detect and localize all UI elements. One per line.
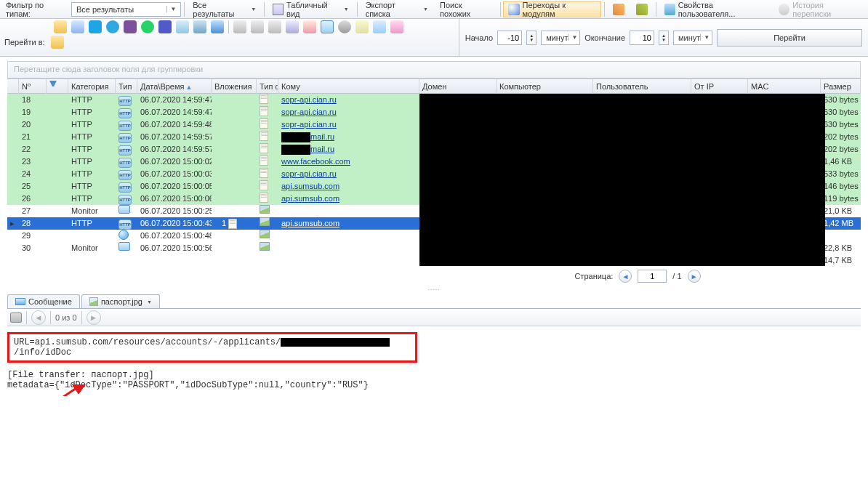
cloud-icon[interactable] bbox=[211, 20, 224, 33]
table-view-button[interactable]: Табличный вид▼ bbox=[268, 1, 354, 17]
telegram-icon[interactable] bbox=[106, 20, 119, 33]
col-category[interactable]: Категория bbox=[68, 79, 116, 94]
userlink-icon bbox=[636, 4, 648, 15]
goto-target-icon[interactable] bbox=[51, 36, 64, 49]
tab-message[interactable]: Сообщение bbox=[7, 294, 80, 308]
history-button: История переписки bbox=[773, 1, 865, 17]
files-icon[interactable] bbox=[355, 20, 369, 33]
group-bar[interactable]: Перетащите сюда заголовок поля для групп… bbox=[7, 61, 861, 78]
history-icon bbox=[779, 4, 789, 15]
start-label: Начало bbox=[465, 33, 493, 42]
chevron-down-icon: ▼ bbox=[166, 6, 179, 12]
pager-label: Страница: bbox=[574, 272, 613, 281]
keylogger-icon[interactable] bbox=[303, 20, 316, 33]
end-unit-combo[interactable]: минут▼ bbox=[673, 31, 712, 45]
url-prefix: URL=api.sumsub.com/resources/accounts/-/… bbox=[14, 337, 281, 347]
message-icon bbox=[15, 298, 25, 305]
redaction-overlay bbox=[419, 94, 825, 266]
page-total: / 1 bbox=[672, 272, 681, 281]
file-transfer-line: [File transfer: паспорт.jpg] bbox=[7, 370, 861, 380]
goto-modules-button[interactable]: Переходы к модулям bbox=[503, 1, 600, 17]
col-user[interactable]: Пользователь bbox=[593, 79, 691, 94]
filter-label: Фильтр по типам: bbox=[3, 1, 70, 18]
secondary-toolbar: Перейти в: Начало ▲▼ минут▼ Окончание ▲▼… bbox=[0, 19, 868, 57]
picture-icon bbox=[89, 297, 98, 306]
user-links-a[interactable] bbox=[608, 1, 630, 17]
col-type[interactable]: Тип bbox=[116, 79, 137, 94]
webcam-icon[interactable] bbox=[338, 20, 351, 33]
pin-icon bbox=[49, 81, 57, 89]
grid-icon bbox=[273, 4, 284, 15]
devices-icon[interactable] bbox=[251, 20, 264, 33]
col-attachments[interactable]: Вложения bbox=[212, 79, 257, 94]
col-filetype[interactable]: Тип фа bbox=[257, 79, 278, 94]
live-icon[interactable] bbox=[390, 20, 403, 33]
col-num[interactable]: Nº bbox=[19, 79, 47, 94]
clipboard-icon[interactable] bbox=[286, 20, 299, 33]
filter-combo[interactable]: Все результаты ▼ bbox=[71, 2, 181, 17]
redacted-segment bbox=[281, 338, 390, 347]
end-spinner[interactable]: ▲▼ bbox=[659, 31, 669, 45]
search-icon[interactable] bbox=[373, 20, 386, 33]
nav-fwd-button[interactable]: ► bbox=[87, 310, 101, 325]
detail-toolbar: ◄ 0 из 0 ► bbox=[7, 309, 861, 326]
next-page-button[interactable]: ► bbox=[688, 270, 701, 283]
user-icon bbox=[664, 4, 675, 15]
goto-label: Перейти в: bbox=[4, 38, 45, 47]
usb-icon[interactable] bbox=[233, 20, 246, 33]
teams-icon[interactable] bbox=[158, 20, 172, 33]
data-grid: Nº Категория Тип Дата\Время▲ Вложения Ти… bbox=[7, 78, 861, 267]
end-label: Окончание bbox=[584, 33, 625, 42]
col-to[interactable]: Кому bbox=[278, 79, 419, 94]
page-input[interactable] bbox=[638, 270, 667, 283]
http-icon[interactable] bbox=[176, 20, 189, 33]
find-similar-button[interactable]: Поиск похожих bbox=[435, 1, 497, 17]
col-mac[interactable]: MAC bbox=[748, 79, 821, 94]
whatsapp-icon[interactable] bbox=[141, 20, 154, 33]
monitor-icon[interactable] bbox=[321, 20, 334, 33]
nav-back-button[interactable]: ◄ bbox=[31, 310, 46, 325]
col-size[interactable]: Размер bbox=[821, 79, 861, 94]
user-links-b[interactable] bbox=[631, 1, 653, 17]
start-value-input[interactable] bbox=[497, 31, 522, 45]
mail-icon[interactable] bbox=[54, 20, 67, 33]
col-computer[interactable]: Компьютер bbox=[497, 79, 593, 94]
start-spinner[interactable]: ▲▼ bbox=[526, 31, 537, 45]
print-button[interactable] bbox=[10, 312, 22, 323]
main-toolbar: Фильтр по типам: Все результаты ▼ Все ре… bbox=[0, 0, 868, 19]
im-icon[interactable] bbox=[71, 20, 84, 33]
splitter[interactable]: ····· bbox=[0, 286, 868, 291]
col-domain[interactable]: Домен bbox=[419, 79, 497, 94]
grid-body: 18HTTPHTTP06.07.2020 14:59:47sopr-api.ci… bbox=[7, 94, 861, 267]
export-list-button[interactable]: Экспорт списка▼ bbox=[361, 1, 433, 17]
url-highlight-box: URL=api.sumsub.com/resources/accounts/-/… bbox=[7, 332, 417, 363]
go-button[interactable]: Перейти bbox=[717, 29, 862, 47]
sort-asc-icon: ▲ bbox=[186, 84, 193, 91]
tab-file[interactable]: паспорт.jpg▼ bbox=[81, 294, 160, 308]
end-value-input[interactable] bbox=[630, 31, 654, 45]
ftp-icon[interactable] bbox=[193, 20, 206, 33]
detail-content: URL=api.sumsub.com/resources/accounts/-/… bbox=[0, 326, 868, 396]
userlink-icon bbox=[613, 4, 624, 15]
time-range: Начало ▲▼ минут▼ Окончание ▲▼ минут▼ Пер… bbox=[459, 19, 868, 56]
user-properties-button[interactable]: Свойства пользователя... bbox=[659, 1, 773, 17]
pager: Страница: ◄ / 1 ► bbox=[7, 267, 861, 286]
detail-tabs: Сообщение паспорт.jpg▼ bbox=[7, 294, 861, 309]
prev-page-button[interactable]: ◄ bbox=[619, 270, 632, 283]
grid-header: Nº Категория Тип Дата\Время▲ Вложения Ти… bbox=[7, 79, 861, 94]
all-results-button[interactable]: Все результаты▼ bbox=[188, 1, 261, 17]
col-fromip[interactable]: От IP bbox=[691, 79, 748, 94]
col-datetime[interactable]: Дата\Время▲ bbox=[137, 79, 212, 94]
metadata-line: metadata={"idDocType":"PASSPORT","idDocS… bbox=[7, 380, 861, 390]
start-unit-combo[interactable]: минут▼ bbox=[541, 31, 580, 45]
viber-icon[interactable] bbox=[124, 20, 137, 33]
skype-icon[interactable] bbox=[89, 20, 102, 33]
modules-icon bbox=[508, 4, 519, 15]
col-pin[interactable] bbox=[47, 79, 68, 94]
result-count: 0 из 0 bbox=[55, 313, 77, 322]
print-icon[interactable] bbox=[268, 20, 281, 33]
module-icons bbox=[4, 20, 454, 33]
url-suffix: /info/idDoc bbox=[14, 347, 71, 358]
